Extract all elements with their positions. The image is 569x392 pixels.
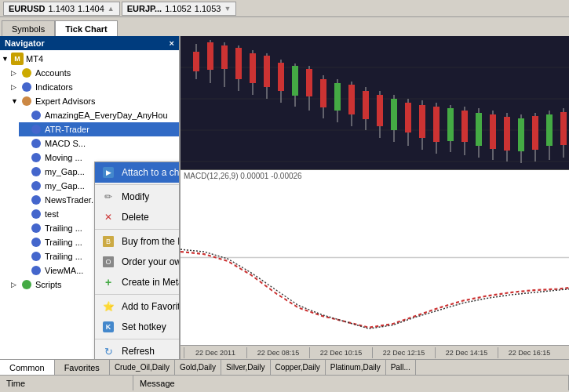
- ea-icon-t1: [30, 222, 42, 234]
- nav-label-t1: Trailing ...: [45, 223, 82, 233]
- status-message-text: Message: [140, 379, 175, 388]
- ctx-attach[interactable]: ▶ Attach to a chart: [95, 162, 181, 183]
- sym-copper[interactable]: Copper,Daily: [271, 360, 326, 375]
- sym-palladium[interactable]: Pall...: [386, 360, 416, 375]
- ticker-bid: 1.1403: [48, 4, 75, 13]
- ctx-order[interactable]: O Order your own Program: [95, 252, 181, 272]
- ctx-buy-label: Buy from the Market: [122, 236, 181, 247]
- ctx-create[interactable]: + Create in MetaEditor Insert: [95, 272, 181, 292]
- ticker2-bid: 1.1052: [165, 4, 191, 13]
- nav-item-expert-advisors[interactable]: ▼ Expert Advisors: [9, 94, 179, 108]
- ctx-order-label: Order your own Program: [122, 256, 181, 267]
- ticker2-ask: 1.1053: [195, 4, 221, 13]
- indicators-icon: [20, 81, 33, 93]
- ticker-eurusd[interactable]: EURUSD 1.1403 1.1404 ▲: [3, 2, 120, 16]
- nav-label-amazingea: AmazingEA_EveryDay_AnyHou: [45, 111, 168, 120]
- nav-item-indicators[interactable]: ▷ Indicators: [9, 80, 179, 94]
- svg-rect-58: [560, 112, 567, 145]
- ticker-arrow-icon: ▲: [108, 5, 115, 13]
- hotkey-icon: K: [101, 320, 115, 334]
- ticker-eurjp[interactable]: EURJP... 1.1052 1.1053 ▼: [122, 2, 237, 16]
- ctx-sep3: [95, 294, 181, 295]
- nav-item-accounts[interactable]: ▷ Accounts: [9, 66, 179, 80]
- svg-rect-20: [292, 66, 298, 96]
- nav-item-amazingea[interactable]: AmazingEA_EveryDay_AnyHou: [19, 108, 179, 122]
- ctx-buy[interactable]: B Buy from the Market: [95, 231, 181, 252]
- time-mark: 22 Dec 16:15: [498, 347, 560, 358]
- svg-rect-54: [532, 116, 538, 150]
- bottom-bar: Common Favorites Crude_Oil,Daily Gold,Da…: [0, 359, 569, 375]
- ctx-refresh-label: Refresh: [122, 346, 181, 357]
- ea-icon-gap1: [30, 165, 42, 178]
- status-bar: Time Message: [0, 375, 569, 390]
- expand-icon[interactable]: ▼: [11, 97, 20, 105]
- favorites-icon: ⭐: [101, 299, 115, 314]
- ea-icon-macd: [30, 137, 42, 150]
- buy-icon: B: [101, 234, 115, 249]
- nav-label-indicators: Indicators: [35, 82, 73, 92]
- ea-icon-t3: [30, 250, 42, 263]
- ea-icon-test: [30, 208, 42, 220]
- status-time-text: Time: [6, 379, 25, 388]
- scripts-icon: [20, 278, 33, 291]
- ea-icon-gap2: [30, 180, 42, 192]
- macd-svg: [181, 170, 569, 345]
- sym-silver[interactable]: Silver,Daily: [221, 360, 270, 375]
- ea-icon-t2: [30, 236, 42, 249]
- delete-icon: ✕: [101, 210, 115, 224]
- tab-common[interactable]: Common: [0, 360, 55, 375]
- svg-rect-32: [377, 95, 383, 126]
- time-mark: 22 Dec 2011: [184, 347, 246, 358]
- nav-item-atr-trader[interactable]: ATR-Trader: [19, 122, 179, 136]
- tab-favorites[interactable]: Favorites: [55, 360, 110, 375]
- status-message-label: Message: [133, 376, 569, 390]
- sym-platinum[interactable]: Platinum,Daily: [326, 360, 386, 375]
- nav-item-mt4[interactable]: ▼ M MT4: [0, 52, 179, 66]
- sym-gold[interactable]: Gold,Daily: [175, 360, 221, 375]
- symbol-bar: Crude_Oil,Daily Gold,Daily Silver,Daily …: [110, 360, 569, 375]
- nav-label-ea: Expert Advisors: [35, 96, 95, 106]
- time-mark: 22 Dec 10:15: [309, 347, 372, 358]
- tabs-row: Symbols Tick Chart: [0, 17, 569, 36]
- ticker2-arrow-icon: ▼: [224, 5, 231, 13]
- ctx-hotkey-label: Set hotkey: [122, 321, 181, 332]
- sym-crude-oil[interactable]: Crude_Oil,Daily: [110, 360, 175, 375]
- ea-icon-viewma: [30, 264, 42, 277]
- svg-rect-44: [461, 111, 468, 142]
- tab-symbols[interactable]: Symbols: [2, 20, 55, 36]
- nav-label-accounts: Accounts: [35, 68, 71, 78]
- tab-tick-chart[interactable]: Tick Chart: [55, 20, 118, 36]
- navigator-close-button[interactable]: ×: [170, 38, 174, 48]
- ctx-delete-label: Delete: [122, 212, 181, 223]
- chart-area: MACD(12,26,9) 0.00001 -0.00026 22 Dec 20…: [181, 36, 569, 359]
- svg-rect-46: [476, 113, 482, 146]
- ctx-hotkey[interactable]: K Set hotkey: [95, 317, 181, 337]
- svg-rect-50: [504, 117, 510, 151]
- expand-icon[interactable]: ▷: [11, 83, 20, 91]
- svg-rect-34: [391, 99, 397, 130]
- expand-icon[interactable]: ▷: [11, 281, 20, 289]
- time-mark: 22 Dec 14:15: [435, 347, 498, 358]
- ctx-refresh[interactable]: ↻ Refresh: [95, 341, 181, 359]
- ctx-modify[interactable]: ✏ Modify Enter: [95, 187, 181, 207]
- svg-rect-30: [363, 91, 369, 119]
- svg-rect-52: [518, 118, 524, 151]
- nav-label-t3: Trailing ...: [45, 252, 82, 261]
- svg-rect-28: [348, 85, 355, 114]
- expand-icon[interactable]: ▼: [2, 55, 11, 63]
- svg-rect-8: [207, 42, 213, 70]
- nav-label-scripts: Scripts: [35, 280, 62, 289]
- svg-rect-6: [193, 52, 199, 71]
- svg-rect-10: [221, 45, 228, 69]
- svg-rect-56: [546, 114, 553, 146]
- ticker2-symbol: EURJP...: [127, 4, 162, 13]
- modify-icon: ✏: [101, 190, 115, 204]
- ctx-favorites-label: Add to Favorites: [122, 301, 181, 312]
- expand-icon[interactable]: ▷: [11, 69, 20, 77]
- ctx-delete[interactable]: ✕ Delete Delete: [95, 207, 181, 227]
- nav-item-macd[interactable]: MACD S...: [19, 136, 179, 151]
- ctx-favorites[interactable]: ⭐ Add to Favorites: [95, 296, 181, 317]
- candlestick-chart: [181, 36, 569, 169]
- status-time-label: Time: [0, 376, 133, 390]
- ctx-modify-label: Modify: [122, 191, 181, 202]
